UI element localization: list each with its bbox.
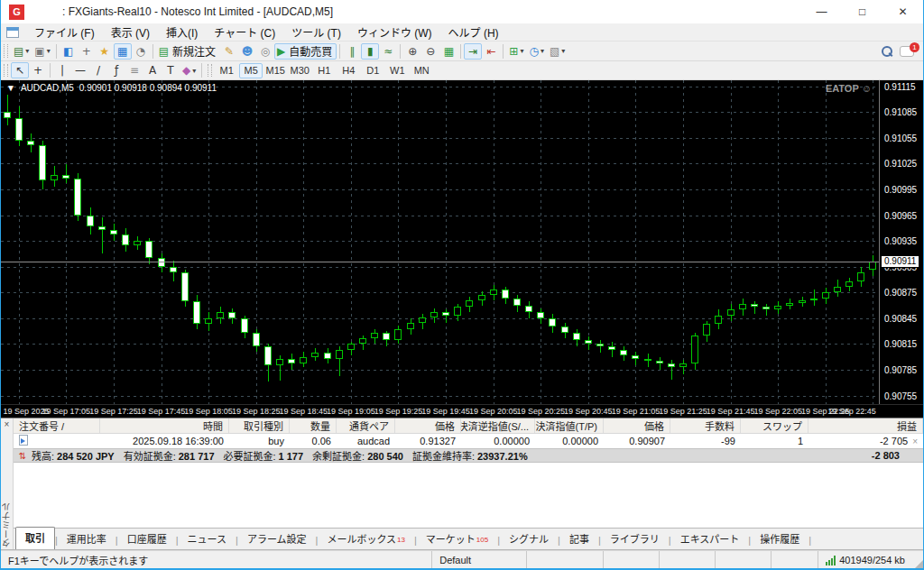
zoom-in-button[interactable]: ⊕	[403, 43, 421, 60]
timeframe-w1[interactable]: W1	[385, 63, 409, 78]
vertical-line-button[interactable]: |	[53, 62, 71, 78]
tab-8[interactable]: 記事	[560, 529, 598, 549]
column-header-3[interactable]: 数量	[290, 418, 337, 433]
tab-6[interactable]: マーケット105	[417, 529, 497, 549]
tab-4[interactable]: アラーム設定	[238, 529, 316, 549]
chart-plot-area[interactable]: ▼ AUDCAD,M5 0.90901 0.90918 0.90894 0.90…	[1, 80, 880, 405]
arrows-button[interactable]: ◆▾	[180, 62, 199, 78]
tab-10[interactable]: エキスパート	[671, 529, 749, 549]
auto-scroll-button[interactable]: ⇥	[464, 43, 482, 60]
text-label-button[interactable]: T	[162, 62, 180, 78]
new-chart-button[interactable]: ▤▾	[11, 43, 32, 60]
tab-2[interactable]: 口座履歴	[118, 529, 176, 549]
menu-item-2[interactable]: 挿入(I)	[158, 23, 206, 41]
column-header-2[interactable]: 取引種別	[229, 418, 290, 433]
crosshair-button[interactable]: +	[29, 62, 47, 78]
broadcast-button[interactable]: ◎	[256, 43, 274, 60]
time-axis[interactable]: 19 Sep 202519 Sep 17:0519 Sep 17:2519 Se…	[1, 404, 923, 418]
toolbar-grip-3[interactable]	[208, 64, 212, 77]
data-window-button[interactable]: +	[78, 43, 96, 60]
timeframe-m1[interactable]: M1	[215, 63, 238, 78]
column-header-1[interactable]: 時間	[100, 418, 229, 433]
tile-windows-button[interactable]: ▦	[439, 43, 457, 60]
text-button[interactable]: A	[143, 62, 162, 78]
timeframe-mn[interactable]: MN	[410, 63, 433, 78]
trendline-button[interactable]: /	[89, 62, 107, 78]
line-chart-button[interactable]: ≈	[379, 43, 397, 60]
cursor-button[interactable]: ↖	[11, 62, 29, 78]
market-watch-button[interactable]: ◧	[60, 43, 78, 60]
bar-chart-button[interactable]: ∥	[343, 43, 361, 60]
close-order-icon[interactable]: ×	[912, 437, 918, 446]
column-header-9[interactable]: 手数料	[670, 418, 741, 433]
equidistant-channel-button[interactable]: ƒ	[107, 62, 125, 78]
maximize-button[interactable]: □	[842, 0, 882, 23]
tab-11[interactable]: 操作履歴	[751, 529, 808, 549]
column-header-4[interactable]: 通貨ペア	[337, 418, 395, 433]
menu-item-4[interactable]: ツール (T)	[283, 23, 349, 41]
candle-bull	[799, 300, 806, 303]
ea-smiley-icon[interactable]: ☺	[862, 83, 872, 94]
community-button[interactable]: ☻	[238, 43, 256, 60]
price-axis[interactable]: 0.911150.910850.910550.910250.909950.909…	[880, 80, 923, 405]
close-button[interactable]: ✕	[882, 0, 923, 23]
toolbar-line-studies: ↖+|—/ƒ≡AT◆▾ M1M5M15M30H1H4D1W1MN	[1, 61, 923, 80]
timeframe-m5[interactable]: M5	[239, 63, 263, 78]
terminal-button[interactable]: ▦	[114, 43, 132, 60]
column-header-10[interactable]: スワップ	[741, 418, 808, 433]
timeframe-m30[interactable]: M30	[288, 63, 311, 78]
column-header-7[interactable]: 決済指値(T/P)	[535, 418, 604, 433]
timeframe-h1[interactable]: H1	[312, 63, 336, 78]
tab-3[interactable]: ニュース	[179, 529, 236, 549]
metaeditor-button[interactable]: ✎	[220, 43, 238, 60]
templates-button[interactable]: ▧▾	[547, 43, 568, 60]
toolbar-grip[interactable]	[4, 44, 8, 58]
menu-item-3[interactable]: チャート (C)	[206, 23, 283, 41]
menu-item-1[interactable]: 表示 (V)	[103, 23, 158, 41]
autotrading-button[interactable]: ▶自動売買	[274, 43, 337, 60]
column-header-11[interactable]: 損益	[808, 418, 923, 433]
resize-grip[interactable]	[912, 551, 923, 569]
tab-5[interactable]: メールボックス13	[318, 529, 414, 549]
navigator-button[interactable]: ★	[96, 43, 114, 60]
indicators-button[interactable]: ⊞▾	[506, 43, 526, 60]
profiles-button[interactable]: ▣▾	[32, 43, 52, 60]
notifications-icon[interactable]: 1	[900, 46, 914, 57]
autotrading-play-icon: ▶	[277, 46, 285, 57]
horizontal-line-button[interactable]: —	[71, 62, 89, 78]
search-icon[interactable]	[882, 46, 892, 57]
column-header-6[interactable]: 決済逆指値(S/...	[461, 418, 535, 433]
candlestick-button[interactable]: ▮	[361, 43, 379, 60]
column-header-8[interactable]: 価格	[604, 418, 670, 433]
new-order-button[interactable]: ▤新規注文	[156, 43, 220, 60]
column-header-0[interactable]: 注文番号 /	[14, 418, 100, 433]
minimize-button[interactable]: —	[801, 0, 842, 23]
tab-1[interactable]: 運用比率	[58, 529, 116, 549]
new-order-icon: ▤	[159, 46, 169, 57]
tab-9[interactable]: ライブラリ	[601, 529, 669, 549]
menu-item-5[interactable]: ウィンドウ (W)	[349, 23, 440, 41]
tab-7[interactable]: シグナル	[500, 529, 558, 549]
candle-bear	[596, 344, 604, 346]
strategy-tester-button[interactable]: ◔	[132, 43, 150, 60]
candle-bear	[110, 230, 117, 235]
status-profile[interactable]: Default	[432, 551, 527, 569]
collapse-arrow-icon[interactable]: ▼	[6, 83, 15, 93]
order-row[interactable]: 2025.09.18 16:39:00buy0.06audcad0.913270…	[14, 434, 923, 448]
menu-item-0[interactable]: ファイル (F)	[26, 23, 103, 41]
fibonacci-button[interactable]: ≡	[125, 62, 143, 78]
toolbar-grip-2[interactable]	[4, 64, 8, 77]
timeframe-m15[interactable]: M15	[263, 63, 287, 78]
orders-table-header[interactable]: 注文番号 /時間取引種別数量通貨ペア価格決済逆指値(S/...決済指値(T/P)…	[14, 418, 923, 434]
order-cell-6: 0.00000	[461, 436, 535, 446]
chart-shift-button[interactable]: ⇤	[482, 43, 500, 60]
column-header-5[interactable]: 価格	[395, 418, 461, 433]
zoom-out-button[interactable]: ⊖	[421, 43, 439, 60]
periods-button[interactable]: ◷▾	[526, 43, 547, 60]
menu-item-6[interactable]: ヘルプ (H)	[440, 23, 507, 41]
candle-bull	[834, 287, 841, 293]
terminal-close-icon[interactable]: ×	[5, 419, 10, 429]
tab-0[interactable]: 取引	[15, 527, 55, 549]
timeframe-h4[interactable]: H4	[337, 63, 360, 78]
timeframe-d1[interactable]: D1	[361, 63, 384, 78]
